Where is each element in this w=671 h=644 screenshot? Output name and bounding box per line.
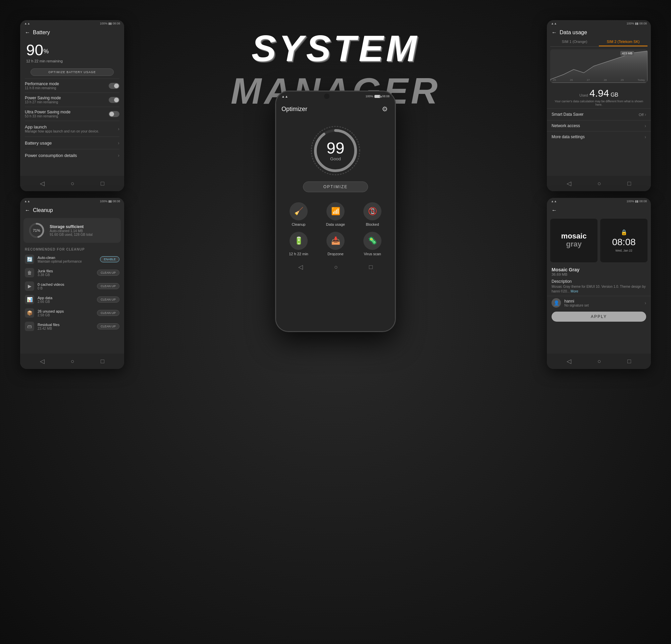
home-nav-button[interactable]: ○ (597, 358, 601, 365)
signal-icons: ▲▲ (24, 199, 30, 203)
app-launch-sub: Manage how apps launch and run on your d… (25, 129, 99, 133)
time-status: 08:08 (382, 94, 390, 98)
appdata-cleanup-button[interactable]: CLEAN UP (97, 297, 119, 302)
optimizer-status-bar: ▲▲ 100% 08:08 (276, 92, 395, 101)
network-access-row[interactable]: Network access › (547, 120, 651, 131)
home-nav[interactable]: ○ (334, 263, 338, 271)
optimizer-cleanup-item[interactable]: 🧹 Cleanup (283, 202, 314, 227)
autoclean-sub: Maintain optimal performance (38, 260, 97, 263)
mosaic-title-text: mosaic (561, 232, 587, 240)
data-used-display: Used 4.94 GB (547, 86, 651, 100)
cleanup-item-residual: 🗃 Residual files 23.42 MB CLEAN UP (20, 320, 124, 333)
app-launch-row[interactable]: App launch Manage how apps launch and ru… (20, 121, 124, 137)
recents-nav-button[interactable]: □ (101, 180, 104, 187)
back-button[interactable]: ← (552, 29, 557, 36)
appdata-size: 2.66 GB (38, 300, 93, 304)
panel-header: ← Battery (20, 27, 124, 38)
theme-preview-mosaic: mosaic gray (550, 219, 597, 262)
apply-theme-button[interactable]: APPLY (552, 312, 646, 322)
residual-size: 23.42 MB (38, 327, 93, 331)
back-button[interactable]: ← (25, 29, 30, 36)
setting-power-saving: Power Saving mode 13 h 27 min remaining (20, 93, 124, 107)
power-consumption-row[interactable]: Power consumption details › (20, 149, 124, 161)
performance-mode-toggle[interactable] (109, 83, 119, 89)
recents-nav[interactable]: □ (369, 263, 373, 271)
blocked-circle-icon: 📵 (363, 202, 381, 220)
recents-nav-button[interactable]: □ (101, 358, 104, 365)
junk-icon: 🗑 (25, 268, 34, 278)
chart-label: 423 MB (620, 51, 634, 56)
optimize-battery-button[interactable]: OPTIMIZE BATTERY USAGE (30, 68, 114, 76)
network-access-title: Network access (552, 124, 580, 128)
sim-tabs: SIM 1 (Orange) SIM 2 (Telekom SK) (550, 38, 647, 47)
recents-nav-button[interactable]: □ (628, 180, 631, 187)
signal-icons: ▲▲ (24, 22, 30, 25)
theme-size: 36.69 MB (547, 272, 651, 278)
mosaic-subtitle-text: gray (566, 240, 581, 248)
theme-preview-lockscreen: 🔒 08:08 Wed, Jan 22 (600, 219, 647, 262)
optimizer-score-wrap: 99 Good OPTIMIZE (276, 117, 395, 195)
optimize-button[interactable]: OPTIMIZE (303, 181, 368, 192)
back-nav-button[interactable]: ◁ (40, 358, 45, 365)
recents-nav-button[interactable]: □ (628, 358, 631, 365)
cleanup-icon-label: Cleanup (292, 222, 306, 227)
score-label: Good (330, 156, 341, 161)
power-saving-toggle[interactable] (109, 97, 119, 103)
clock-display: 08:08 (612, 237, 635, 247)
status-bar: ▲▲ 100% ▮▮ 08:08 (20, 198, 124, 205)
back-button[interactable]: ← (552, 207, 557, 213)
more-link[interactable]: More (571, 289, 579, 293)
optimizer-blocked-item[interactable]: 📵 Blocked (357, 202, 388, 227)
residual-cleanup-button[interactable]: CLEAN UP (97, 323, 119, 330)
optimizer-dropzone-item[interactable]: 📥 Dropzone (320, 232, 351, 256)
panel-title: Data usage (560, 29, 587, 36)
unusedapps-info: 26 unused apps 2.58 GB (38, 309, 93, 317)
battery-status: 100% ▮▮ 08:08 (100, 199, 120, 203)
battery-remaining-text: 12 h 22 min remaining (26, 59, 118, 63)
battery-usage-row[interactable]: Battery usage › (20, 137, 124, 149)
back-nav-button[interactable]: ◁ (567, 358, 571, 365)
author-signature: No signature set (564, 304, 645, 307)
optimizer-datausage-item[interactable]: 📶 Data usage (320, 202, 351, 227)
battery-circle-icon: 🔋 (290, 232, 308, 250)
storage-text: Storage sufficient Auto-cleaned 1.14 MB … (50, 224, 116, 236)
residual-info: Residual files 23.42 MB (38, 323, 93, 331)
back-nav-button[interactable]: ◁ (567, 180, 571, 187)
more-data-settings-row[interactable]: More data settings › (547, 131, 651, 142)
home-nav-button[interactable]: ○ (597, 180, 601, 187)
datausage-circle-icon: 📶 (327, 202, 344, 220)
back-nav-button[interactable]: ◁ (40, 180, 45, 187)
optimizer-battery-item[interactable]: 🔋 12 h 22 min (283, 232, 314, 256)
setting-title: Performance mode (25, 81, 109, 86)
back-nav[interactable]: ◁ (298, 263, 303, 271)
battery-percentage-display: 90% 12 h 22 min remaining (20, 38, 124, 66)
home-nav-button[interactable]: ○ (71, 358, 75, 365)
camera-notch (324, 93, 329, 99)
autoclean-icon: 🔄 (25, 255, 34, 264)
settings-gear-button[interactable]: ⚙ (380, 104, 390, 114)
score-value: 99 (327, 140, 344, 156)
autoclean-enable-button[interactable]: ENABLE (100, 256, 119, 262)
storage-donut: 71% (28, 222, 45, 239)
sim2-tab[interactable]: SIM 2 (Telekom SK) (599, 38, 647, 46)
storage-pct-text: 71% (28, 222, 45, 239)
storage-size: 91.60 GB used, 128 GB total (50, 233, 116, 236)
setting-sub: 53 h 33 min remaining (25, 114, 109, 118)
junk-cleanup-button[interactable]: CLEAN UP (97, 270, 119, 276)
status-bar: ▲▲ 100% ▮▮ 08:08 (547, 198, 651, 205)
cleanup-item-unusedapps: 📦 26 unused apps 2.58 GB CLEAN UP (20, 306, 124, 320)
description-title: Description (547, 278, 651, 284)
axis-label-28: 28 (604, 78, 607, 81)
axis-label-today: Today (638, 78, 645, 81)
video-cleanup-button[interactable]: CLEAN UP (97, 283, 119, 289)
ultra-power-saving-toggle[interactable] (109, 111, 119, 117)
sim1-tab[interactable]: SIM 1 (Orange) (550, 38, 599, 46)
optimizer-title: Optimizer (281, 106, 307, 113)
optimizer-virusscan-item[interactable]: 🦠 Virus scan (357, 232, 388, 256)
theme-name: Mosaic Gray (547, 266, 651, 272)
back-button[interactable]: ← (25, 207, 30, 213)
home-nav-button[interactable]: ○ (71, 180, 75, 187)
chevron-icon: › (645, 300, 646, 306)
smart-data-saver-row[interactable]: Smart Data Saver Off › (547, 108, 651, 120)
unusedapps-cleanup-button[interactable]: CLEAN UP (97, 310, 119, 316)
